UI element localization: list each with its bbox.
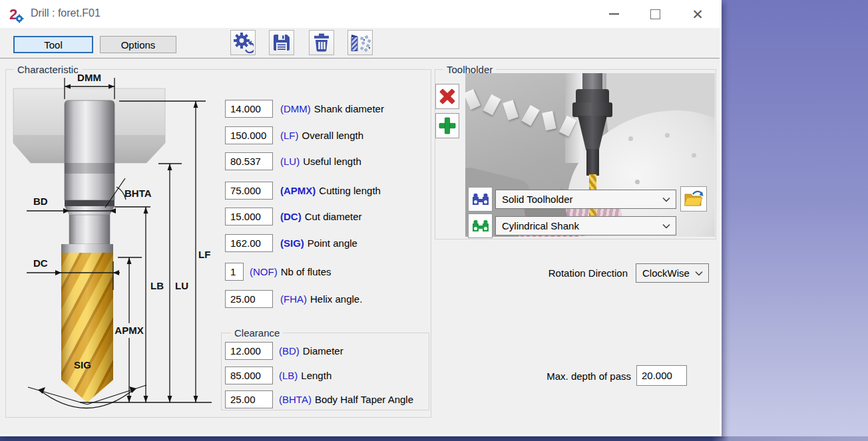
rotation-direction-label: Rotation Direction	[523, 267, 628, 279]
clearance-diameter-input[interactable]	[225, 342, 273, 360]
photo-shape	[503, 100, 519, 120]
close-icon: ✕	[692, 7, 704, 21]
shank-diameter-input[interactable]	[225, 100, 273, 118]
drill-dialog: 2 Drill : foret.F01 ✕ Tool Options	[0, 0, 722, 436]
chevron-down-icon	[695, 271, 703, 275]
useful-length-label: Useful length	[303, 156, 361, 167]
toolholder-add-button[interactable]	[435, 113, 459, 138]
point-angle-label: Point angle	[308, 237, 357, 249]
trash-icon	[312, 33, 331, 52]
diagram-label-bd: BD	[33, 196, 48, 207]
shank-type-select[interactable]: Cylindrical Shank	[495, 216, 676, 235]
drill-dimension-diagram: DMM BD BHTA DC SIG APMX LB LU LF	[8, 70, 221, 416]
fha-code: (FHA)	[280, 293, 307, 305]
nb-flutes-input[interactable]	[225, 263, 244, 281]
clearance-diameter-row: (BD) Diameter	[225, 342, 343, 360]
settings-button[interactable]	[230, 30, 256, 55]
cut-diameter-row: (DC) Cut diameter	[225, 208, 362, 225]
diagram-label-lf: LF	[198, 249, 210, 260]
photo-shape	[465, 89, 481, 110]
svg-text:2: 2	[9, 6, 17, 23]
app-logo-icon: 2	[9, 6, 26, 23]
binoculars-blue-icon	[472, 193, 489, 206]
settings-gear-refresh-icon	[232, 32, 254, 53]
useful-length-input[interactable]	[225, 152, 273, 170]
window-title: Drill : foret.F01	[31, 7, 101, 19]
dmm-code: (DMM)	[280, 103, 311, 114]
point-angle-row: (SIG) Point angle	[225, 234, 357, 252]
shank-diameter-label: Shank diameter	[314, 103, 384, 114]
delete-tool-button[interactable]	[309, 30, 334, 55]
tab-tool[interactable]: Tool	[13, 36, 93, 53]
diagram-label-dmm: DMM	[77, 72, 101, 83]
nof-code: (NOF)	[250, 266, 278, 277]
body-half-taper-input[interactable]	[225, 390, 273, 408]
clearance-length-input[interactable]	[225, 367, 273, 384]
body-half-taper-label: Body Half Taper Angle	[315, 394, 413, 405]
overall-length-row: (LF) Overall length	[225, 126, 363, 144]
toolholder-delete-button[interactable]	[435, 84, 459, 109]
search-shank-button[interactable]	[468, 214, 493, 238]
photo-shape	[572, 102, 612, 117]
helix-angle-label: Helix angle.	[310, 293, 362, 305]
title-bar[interactable]: 2 Drill : foret.F01 ✕	[0, 0, 720, 28]
lf-code: (LF)	[280, 130, 299, 141]
chevron-down-icon	[662, 197, 670, 202]
add-plus-icon	[439, 117, 456, 134]
chevron-down-icon	[662, 223, 670, 228]
shank-type-value: Cylindrical Shank	[502, 220, 579, 231]
render-viewport	[722, 0, 868, 441]
rotation-direction-value: ClockWise	[642, 267, 690, 279]
point-angle-input[interactable]	[225, 234, 273, 252]
useful-length-row: (LU) Useful length	[225, 152, 361, 170]
cut-diameter-input[interactable]	[225, 208, 273, 225]
toolholder-type-select[interactable]: Solid Toolholder	[495, 190, 676, 209]
nb-flutes-row: (NOF) Nb of flutes	[225, 263, 331, 281]
sig-code: (SIG)	[280, 237, 304, 249]
helix-angle-input[interactable]	[225, 290, 273, 308]
max-depth-label: Max. depth of pass	[513, 370, 631, 382]
photo-shape	[665, 133, 670, 138]
cut-diameter-label: Cut diameter	[305, 211, 362, 222]
dc-code: (DC)	[280, 211, 302, 222]
browse-toolholder-button[interactable]	[680, 186, 707, 212]
open-folder-icon	[684, 190, 704, 208]
body-half-taper-row: (BHTA) Body Half Taper Angle	[225, 390, 413, 408]
binoculars-green-icon	[472, 220, 489, 232]
toolholder-type-value: Solid Toolholder	[502, 194, 572, 205]
cutting-length-input[interactable]	[225, 182, 273, 200]
minimize-icon	[609, 13, 619, 15]
bottom-edge-strip	[0, 436, 868, 441]
diagram-label-apmx: APMX	[114, 325, 143, 336]
photo-shape	[542, 111, 556, 131]
diagram-label-lb: LB	[150, 280, 164, 291]
machine-photo	[465, 73, 715, 237]
lu-code: (LU)	[280, 156, 300, 167]
nb-flutes-label: Nb of flutes	[281, 266, 331, 277]
overall-length-label: Overall length	[302, 130, 364, 141]
maximize-icon	[650, 9, 660, 19]
diagram-label-sig: SIG	[74, 359, 91, 370]
save-button[interactable]	[269, 30, 294, 55]
rotation-direction-select[interactable]: ClockWise	[636, 263, 709, 283]
delete-x-icon	[439, 88, 455, 104]
minimize-button[interactable]	[602, 3, 626, 25]
helix-angle-row: (FHA) Helix angle.	[225, 290, 362, 308]
photo-shape	[521, 105, 539, 126]
clearance-diameter-label: Diameter	[303, 345, 343, 357]
tool-measure-button[interactable]	[347, 30, 373, 55]
cutting-length-label: Cutting length	[319, 185, 381, 196]
diagram-label-dc: DC	[33, 257, 48, 269]
overall-length-input[interactable]	[225, 126, 273, 144]
photo-shape	[635, 180, 640, 184]
photo-shape	[692, 153, 696, 158]
close-button[interactable]: ✕	[686, 3, 710, 25]
clearance-length-label: Length	[301, 370, 331, 381]
search-toolholder-button[interactable]	[468, 187, 493, 212]
lb-code: (LB)	[279, 370, 298, 381]
maximize-button[interactable]	[643, 3, 667, 25]
photo-shape	[483, 94, 501, 115]
max-depth-input[interactable]	[636, 365, 687, 386]
tab-options[interactable]: Options	[100, 36, 176, 53]
shank-diameter-row: (DMM) Shank diameter	[225, 100, 384, 118]
